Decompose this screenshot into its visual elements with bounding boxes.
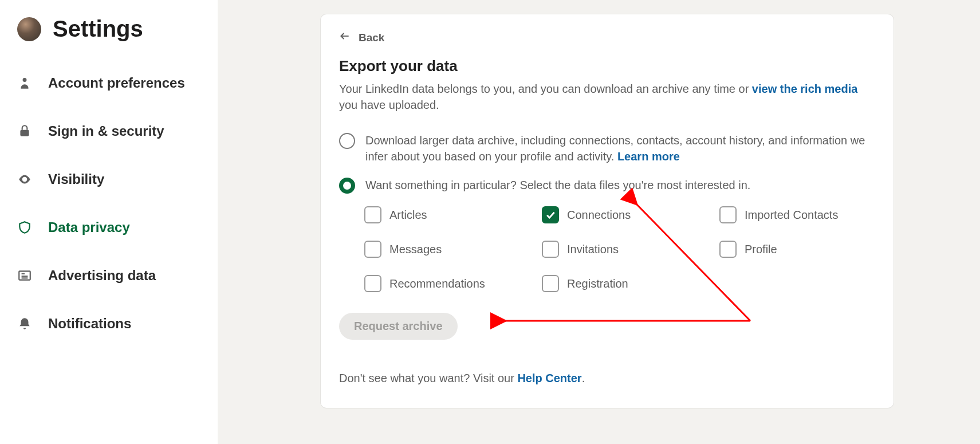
checkbox-input[interactable] [364,206,381,223]
checkbox-label: Profile [745,243,777,256]
sidebar-item-account-preferences[interactable]: Account preferences [0,59,218,107]
checkbox-input[interactable] [719,206,737,223]
checkbox-input[interactable] [542,206,559,223]
svg-point-0 [23,78,27,82]
svg-point-2 [23,178,26,180]
help-center-link[interactable]: Help Center [517,372,581,384]
svg-rect-1 [20,130,29,136]
checkbox-invitations[interactable]: Invitations [542,241,719,258]
shield-icon [17,220,32,235]
back-label: Back [359,32,384,44]
settings-sidebar: Settings Account preferences Sign in & s… [0,0,218,444]
checkbox-input[interactable] [542,275,559,292]
checkbox-label: Articles [389,209,427,222]
sidebar-item-label: Data privacy [48,219,130,235]
eye-icon [17,172,32,187]
radio-option-larger-archive[interactable]: Download larger data archive, including … [339,132,875,164]
sidebar-item-label: Notifications [48,316,131,332]
checkbox-articles[interactable]: Articles [364,206,542,223]
desc-text-before: Your LinkedIn data belongs to you, and y… [339,82,752,95]
sidebar-item-label: Sign in & security [48,123,164,139]
back-button[interactable]: Back [339,30,875,45]
sidebar-item-label: Visibility [48,171,104,187]
avatar[interactable] [17,17,41,41]
help-center-row: Don't see what you want? Visit our Help … [339,372,875,385]
help-text-after: . [582,372,585,384]
checkbox-imported-contacts[interactable]: Imported Contacts [719,206,874,223]
checkbox-label: Connections [567,209,631,222]
checkbox-input[interactable] [542,241,559,258]
sidebar-item-signin-security[interactable]: Sign in & security [0,107,218,155]
checkbox-label: Imported Contacts [745,209,838,222]
learn-more-link[interactable]: Learn more [617,150,680,163]
checkbox-label: Invitations [567,243,619,256]
sidebar-item-notifications[interactable]: Notifications [0,300,218,348]
checkbox-messages[interactable]: Messages [364,241,542,258]
section-heading: Export your data [339,57,875,75]
main-panel: Back Export your data Your LinkedIn data… [321,14,894,408]
sidebar-header: Settings [0,16,218,59]
lock-icon [17,124,32,139]
sidebar-item-data-privacy[interactable]: Data privacy [0,203,218,252]
radio-label: Want something in particular? Select the… [365,177,750,193]
checkbox-input[interactable] [719,241,737,258]
sidebar-item-label: Advertising data [48,268,156,284]
arrow-left-icon [339,30,351,45]
checkbox-recommendations[interactable]: Recommendations [364,275,542,292]
sidebar-item-advertising-data[interactable]: Advertising data [0,252,218,300]
checkbox-connections[interactable]: Connections [542,206,719,223]
section-description: Your LinkedIn data belongs to you, and y… [339,81,875,113]
checkbox-input[interactable] [364,275,381,292]
data-file-checkboxes: Articles Connections Imported Contacts M… [364,206,875,292]
checkbox-registration[interactable]: Registration [542,275,719,292]
request-archive-button[interactable]: Request archive [339,313,458,340]
checkbox-input[interactable] [364,241,381,258]
checkbox-label: Registration [567,277,628,290]
checkbox-profile[interactable]: Profile [719,241,874,258]
radio-label: Download larger data archive, including … [365,132,875,164]
sidebar-item-label: Account preferences [48,75,185,91]
bell-icon [17,316,32,331]
radio-text: Download larger data archive, including … [365,134,865,163]
help-text-before: Don't see what you want? Visit our [339,372,517,384]
newspaper-icon [17,268,32,283]
page-title: Settings [53,16,143,42]
sidebar-item-visibility[interactable]: Visibility [0,155,218,203]
checkbox-label: Recommendations [389,277,485,290]
radio-input[interactable] [339,178,355,194]
desc-text-after: you have uploaded. [339,99,439,111]
person-icon [17,76,32,91]
view-rich-media-link[interactable]: view the rich media [752,82,858,95]
radio-option-specific-files[interactable]: Want something in particular? Select the… [339,177,875,194]
radio-input[interactable] [339,133,355,149]
checkbox-label: Messages [389,243,442,256]
